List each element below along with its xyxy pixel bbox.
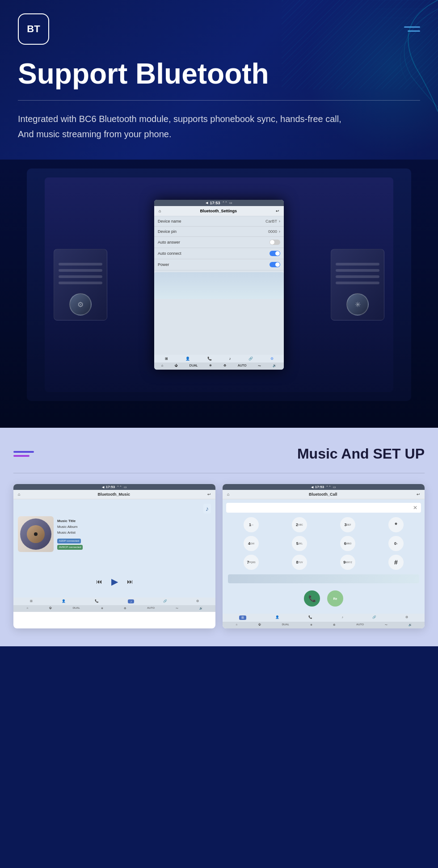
dial-4[interactable]: 4GHI (244, 536, 259, 551)
next-track-icon[interactable]: ⏭ (127, 578, 133, 585)
snowflake-icon[interactable]: ❄ (209, 364, 212, 368)
car-mockup: ⚙ ◀ 17:53 ⌃⌃ ▭ (27, 169, 411, 401)
music-home-toolbar[interactable]: ⌂ (26, 607, 28, 611)
music-back-icon[interactable]: ↩ (207, 492, 211, 497)
power-toggle[interactable] (270, 262, 280, 267)
dial-1[interactable]: 1— (244, 517, 259, 532)
call-toolbar: ⌂ ⏻ DUAL ❄ ♻ AUTO 〜 🔊 (223, 622, 425, 628)
call-home-toolbar[interactable]: ⌂ (236, 623, 237, 627)
call-phone-icon[interactable]: 📞 (308, 615, 312, 620)
section-header: Music And SET UP (13, 446, 425, 462)
section-menu-lines (13, 451, 34, 457)
dial-3[interactable]: 3DEF (340, 517, 355, 532)
car-center-screen: ◀ 17:53 ⌃⌃ ▭ ⌂ Bluetooth_Settings ↩ (154, 200, 284, 370)
power-row: Power (154, 259, 284, 270)
screen-main-content: Device name CarBT › Device pin 0000 (154, 216, 284, 355)
wind-icon[interactable]: 〜 (258, 364, 261, 368)
prev-track-icon[interactable]: ⏮ (96, 578, 102, 585)
dial-0[interactable]: 0+ (388, 536, 404, 551)
person-icon[interactable]: 👤 (185, 357, 190, 361)
volume-icon[interactable]: 🔊 (273, 364, 277, 368)
settings-active-icon[interactable]: ⚙ (270, 357, 274, 361)
play-pause-icon[interactable]: ▶ (111, 576, 118, 587)
header-section: BT Support Bluetooth Integrated with BC6… (0, 0, 438, 160)
call-wind-icon[interactable]: 〜 (385, 623, 387, 627)
dial-hash[interactable]: # (388, 555, 404, 570)
auto-connect-row: Auto connect (154, 248, 284, 259)
music-grid-icon[interactable]: ⊞ (30, 599, 33, 603)
dashboard-frame: ⚙ ◀ 17:53 ⌃⌃ ▭ (45, 177, 393, 392)
screen-bottom-nav: ⊞ 👤 📞 ♪ 🔗 ⚙ (154, 355, 284, 362)
phone-icon[interactable]: 📞 (207, 357, 212, 361)
bottom-section: Music And SET UP ◀ 17:53 ⌃⌃ ▭ ⌂ Bluetoot… (0, 428, 438, 646)
call-snow-icon[interactable]: ❄ (310, 623, 312, 627)
call-home-icon[interactable]: ⌂ (227, 492, 229, 497)
dial-2[interactable]: 2ABC (292, 517, 307, 532)
call-power-toolbar[interactable]: ⏻ (258, 623, 261, 627)
answer-call-button[interactable]: 📞 (304, 590, 320, 607)
auto-answer-toggle[interactable] (270, 240, 280, 245)
album-art (18, 516, 54, 552)
music-power-toolbar[interactable]: ⏻ (49, 607, 52, 611)
call-status-bar: ◀ 17:53 ⌃⌃ ▭ (223, 484, 425, 490)
page-title: Support Bluetooth (18, 58, 420, 89)
music-active-icon[interactable]: ♪ (128, 599, 134, 603)
dial-5[interactable]: 5JKL (292, 536, 307, 551)
call-vol-icon[interactable]: 🔊 (409, 623, 412, 627)
call-back-icon[interactable]: ↩ (417, 492, 420, 497)
call-person-icon[interactable]: 👤 (275, 615, 279, 620)
call-gear-icon[interactable]: ⚙ (405, 615, 408, 620)
music-toolbar: ⌂ ⏻ DUAL ❄ ♻ AUTO 〜 🔊 (13, 605, 215, 612)
dial-star[interactable]: * (388, 517, 404, 532)
dial-8[interactable]: 8TUV (292, 555, 307, 570)
music-link-icon[interactable]: 🔗 (163, 599, 167, 603)
description: Integrated with BC6 Bluetooth module, su… (18, 111, 420, 142)
screens-grid: ◀ 17:53 ⌃⌃ ▭ ⌂ Bluetooth_Music ↩ ♪ (13, 484, 425, 628)
device-pin-row: Device pin 0000 › (154, 227, 284, 237)
music-content: ♪ Music Title Music Album Music Artist (13, 499, 215, 598)
grid-icon[interactable]: ⊞ (165, 357, 168, 361)
device-name-row: Device name CarBT › (154, 216, 284, 227)
redial-button[interactable]: Re (327, 590, 343, 607)
power-toolbar-icon[interactable]: ⏻ (175, 364, 178, 368)
call-music-icon[interactable]: ♪ (341, 615, 343, 620)
music-screen-header: ⌂ Bluetooth_Music ↩ (13, 490, 215, 499)
auto-connect-toggle[interactable] (270, 251, 280, 256)
music-person-icon[interactable]: 👤 (62, 599, 66, 603)
right-vent: ✳ (331, 249, 384, 320)
music-status-bar: ◀ 17:53 ⌃⌃ ▭ (13, 484, 215, 490)
music-vol-icon[interactable]: 🔊 (199, 607, 202, 611)
music-phone-icon[interactable]: 📞 (95, 599, 99, 603)
call-recycle-icon[interactable]: ♻ (333, 623, 335, 627)
music-recycle-icon[interactable]: ♻ (124, 607, 126, 611)
call-content: ✕ 1— 2ABC 3DEF * 4GHI 5JKL 6MNO 0+ 7PQRS… (223, 499, 425, 614)
call-grid-icon[interactable]: ⊞ (239, 615, 246, 620)
music-phone-screen: ◀ 17:53 ⌃⌃ ▭ ⌂ Bluetooth_Music ↩ ♪ (13, 484, 215, 628)
music-gear-icon[interactable]: ⚙ (196, 599, 199, 603)
music-auto-label: AUTO (147, 607, 155, 611)
dual-label: DUAL (190, 364, 198, 368)
music-snow-icon[interactable]: ❄ (101, 607, 103, 611)
music-icon[interactable]: ♪ (229, 357, 231, 361)
link-icon[interactable]: 🔗 (248, 357, 253, 361)
dial-6[interactable]: 6MNO (340, 536, 355, 551)
music-home-icon[interactable]: ⌂ (18, 492, 20, 497)
music-nav: ⊞ 👤 📞 ♪ 🔗 ⚙ (13, 598, 215, 605)
music-info: Music Title Music Album Music Artist A2D… (57, 518, 83, 550)
hamburger-menu-icon[interactable] (404, 26, 420, 32)
music-note-icon: ♪ (203, 504, 211, 514)
dialpad: 1— 2ABC 3DEF * 4GHI 5JKL 6MNO 0+ 7PQRS 8… (226, 516, 421, 571)
call-clear-icon[interactable]: ✕ (413, 505, 417, 511)
top-bar: BT (18, 13, 420, 45)
section-divider (13, 473, 425, 473)
music-controls: ⏮ ▶ ⏭ (96, 573, 133, 590)
auto-label: AUTO (238, 364, 246, 368)
car-section: ⚙ ◀ 17:53 ⌃⌃ ▭ (0, 160, 438, 428)
recycle-icon[interactable]: ♻ (223, 364, 226, 368)
call-link-icon[interactable]: 🔗 (372, 615, 376, 620)
dial-9[interactable]: 9WXYZ (340, 555, 355, 570)
dial-7[interactable]: 7PQRS (244, 555, 259, 570)
music-wind-icon[interactable]: 〜 (176, 607, 178, 611)
home-toolbar-icon[interactable]: ⌂ (161, 364, 163, 368)
music-dual-label: DUAL (73, 607, 80, 611)
